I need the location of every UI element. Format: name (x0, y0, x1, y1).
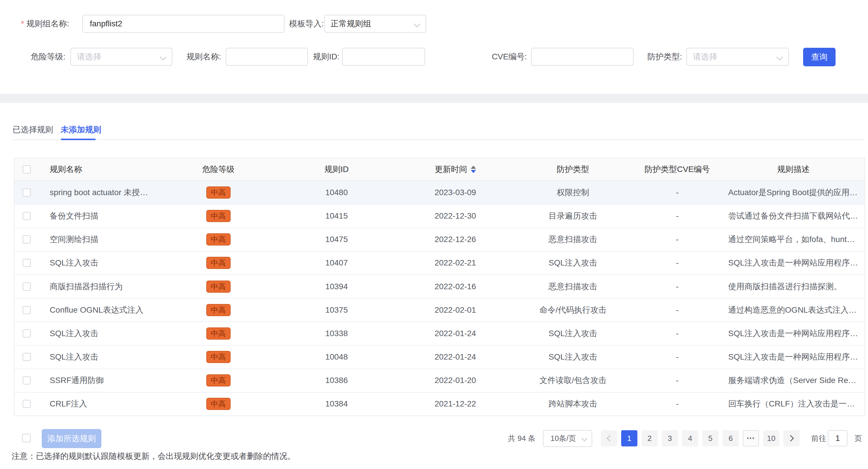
row-checkbox[interactable] (23, 282, 31, 291)
row-select-cell (14, 322, 39, 345)
updated-cell: 2022-02-21 (397, 252, 514, 274)
cve-cell: - (632, 346, 722, 369)
rule-id-input[interactable] (342, 48, 425, 66)
page-button[interactable]: 4 (682, 430, 698, 446)
rule-name-input[interactable] (226, 48, 308, 66)
sort-icon[interactable] (471, 166, 476, 173)
cve-cell: - (632, 369, 722, 392)
risk-level-badge: 中高 (206, 398, 230, 410)
table-row[interactable]: CRLF注入 中高 10384 2021-12-22 跨站脚本攻击 - 回车换行… (14, 393, 865, 415)
protect-type-cell: 权限控制 (514, 181, 632, 204)
tab-selected-rules[interactable]: 已选择规则 (13, 125, 53, 135)
cve-cell: - (632, 204, 722, 227)
table-row[interactable]: SQL注入攻击 中高 10407 2022-02-21 SQL注入攻击 - SQ… (14, 252, 865, 275)
page-button[interactable]: 10 (763, 430, 779, 446)
risk-level-badge: 中高 (206, 280, 230, 293)
table-row[interactable]: 空间测绘扫描 中高 10475 2022-12-26 恶意扫描攻击 - 通过空间… (14, 228, 865, 252)
row-checkbox[interactable] (23, 212, 31, 220)
row-select-cell (14, 369, 39, 392)
table-row[interactable]: spring boot actuator 未授权... 中高 10480 202… (14, 181, 865, 204)
rule-id-cell: 10384 (276, 393, 397, 415)
protect-type-cell: SQL注入攻击 (514, 252, 632, 274)
updated-cell: 2022-01-24 (397, 322, 514, 345)
rule-id-label: 规则ID: (313, 48, 340, 66)
table-row[interactable]: SSRF通用防御 中高 10386 2022-01-20 文件读取/包含攻击 -… (14, 369, 865, 393)
column-header-level: 危险等级 (160, 158, 276, 180)
row-checkbox[interactable] (23, 353, 31, 361)
rule-group-name-label: *规则组名称: (21, 15, 69, 33)
sort-descending-icon[interactable] (471, 170, 476, 173)
table-header-row: 规则名称 危险等级 规则ID 更新时间 防护类型 防护类型CVE编号 规则描述 (14, 158, 865, 181)
risk-level-badge: 中高 (206, 257, 230, 269)
description-cell: 使用商版扫描器进行扫描探测。 (722, 275, 865, 298)
page-arrow-icon (787, 435, 794, 442)
column-header-desc: 规则描述 (722, 158, 865, 180)
protect-type-select[interactable]: 请选择 (686, 48, 789, 66)
rule-id-cell: 10415 (276, 204, 397, 227)
page-button[interactable]: ••• (743, 430, 759, 446)
rule-name-cell: spring boot actuator 未授权... (39, 181, 160, 204)
tab-unadded-rules[interactable]: 未添加规则 (61, 125, 101, 135)
page-button[interactable] (601, 430, 617, 446)
cve-cell: - (632, 252, 722, 274)
chevron-down-icon (582, 435, 587, 441)
tabs-divider (13, 139, 864, 140)
risk-level-cell: 中高 (160, 252, 276, 274)
page-button[interactable]: 3 (662, 430, 678, 446)
page-button[interactable] (783, 430, 800, 446)
search-button[interactable]: 查询 (803, 48, 836, 66)
row-checkbox[interactable] (23, 400, 31, 408)
rule-id-cell: 10475 (276, 228, 397, 251)
footer-select-checkbox[interactable] (22, 434, 31, 442)
page-button[interactable]: 1 (621, 430, 638, 446)
table-row[interactable]: SQL注入攻击 中高 10048 2022-01-24 SQL注入攻击 - SQ… (14, 346, 865, 369)
row-checkbox[interactable] (23, 259, 31, 267)
updated-cell: 2022-02-01 (397, 299, 514, 321)
row-checkbox[interactable] (23, 330, 31, 338)
rule-group-page: *规则组名称: fanpflist2 模板导入: 正常规则组 危险等级: 请选择… (0, 0, 868, 469)
page-jump-input[interactable]: 1 (828, 430, 847, 446)
column-header-id: 规则ID (276, 158, 397, 180)
select-all-checkbox[interactable] (23, 165, 31, 173)
column-header-cve: 防护类型CVE编号 (632, 158, 722, 180)
description-cell: 服务端请求伪造（Server Side Request ... (722, 369, 865, 392)
row-select-cell (14, 275, 39, 298)
page-size-select[interactable]: 10条/页 (543, 430, 592, 447)
total-count: 共 94 条 (508, 429, 535, 447)
page-button[interactable]: 2 (642, 430, 658, 446)
risk-level-cell: 中高 (160, 275, 276, 298)
description-cell: Actuator是Spring Boot提供的应用系统... (722, 181, 865, 204)
table-row[interactable]: 备份文件扫描 中高 10415 2022-12-30 目录遍历攻击 - 尝试通过… (14, 204, 865, 228)
cve-number-input[interactable] (531, 48, 633, 66)
risk-level-select[interactable]: 请选择 (70, 48, 173, 66)
table-row[interactable]: 商版扫描器扫描行为 中高 10394 2022-02-16 恶意扫描攻击 - 使… (14, 275, 865, 299)
page-button[interactable]: 6 (722, 430, 739, 446)
row-select-cell (14, 252, 39, 274)
cve-cell: - (632, 181, 722, 204)
template-import-select[interactable]: 正常规则组 (324, 15, 426, 33)
row-select-cell (14, 204, 39, 227)
rule-name-label: 规则名称: (186, 48, 221, 66)
table-row[interactable]: SQL注入攻击 中高 10338 2022-01-24 SQL注入攻击 - SQ… (14, 322, 865, 345)
updated-cell: 2021-12-22 (397, 393, 514, 415)
template-import-label: 模板导入: (289, 15, 324, 33)
rule-group-name-input[interactable]: fanpflist2 (82, 15, 284, 33)
cve-cell: - (632, 299, 722, 321)
row-checkbox[interactable] (23, 235, 31, 243)
table-row[interactable]: Conflue OGNL表达式注入 中高 10375 2022-02-01 命令… (14, 299, 865, 322)
select-all-cell (14, 158, 39, 180)
description-cell: 回车换行（CRLF）注入攻击是一种当用... (722, 393, 865, 415)
row-checkbox[interactable] (23, 306, 31, 314)
row-checkbox[interactable] (23, 376, 31, 384)
row-checkbox[interactable] (23, 189, 31, 197)
page-button[interactable]: 5 (702, 430, 718, 446)
row-select-cell (14, 393, 39, 415)
risk-level-badge: 中高 (206, 328, 230, 340)
row-select-cell (14, 181, 39, 204)
updated-cell: 2022-01-24 (397, 346, 514, 369)
rule-name-cell: SQL注入攻击 (39, 322, 160, 345)
add-selected-rules-button[interactable]: 添加所选规则 (42, 429, 101, 448)
column-header-updated[interactable]: 更新时间 (397, 158, 514, 180)
rule-name-cell: CRLF注入 (39, 393, 160, 415)
sort-ascending-icon[interactable] (471, 166, 476, 169)
